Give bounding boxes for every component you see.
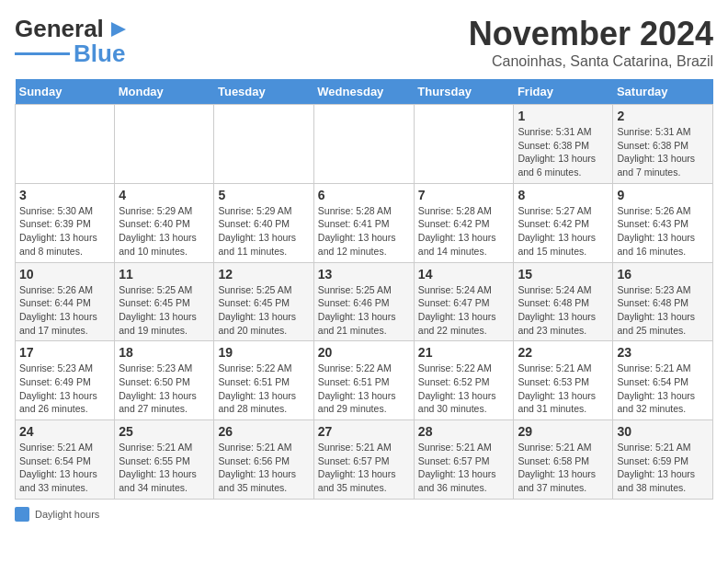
day-cell: 2Sunrise: 5:31 AM Sunset: 6:38 PM Daylig… <box>613 105 713 184</box>
day-info: Sunrise: 5:22 AM Sunset: 6:51 PM Dayligh… <box>218 362 309 416</box>
header-cell-saturday: Saturday <box>613 79 713 105</box>
day-info: Sunrise: 5:25 AM Sunset: 6:45 PM Dayligh… <box>119 283 210 338</box>
day-cell: 28Sunrise: 5:21 AM Sunset: 6:57 PM Dayli… <box>414 420 514 500</box>
logo-blue-bar <box>15 52 70 55</box>
day-info: Sunrise: 5:30 AM Sunset: 6:39 PM Dayligh… <box>19 204 110 259</box>
day-number: 20 <box>318 345 410 360</box>
day-info: Sunrise: 5:21 AM Sunset: 6:56 PM Dayligh… <box>218 441 309 495</box>
day-cell: 17Sunrise: 5:23 AM Sunset: 6:49 PM Dayli… <box>16 341 115 420</box>
header-cell-wednesday: Wednesday <box>313 79 414 105</box>
day-info: Sunrise: 5:22 AM Sunset: 6:52 PM Dayligh… <box>418 362 510 416</box>
week-row-4: 17Sunrise: 5:23 AM Sunset: 6:49 PM Dayli… <box>16 341 713 420</box>
day-info: Sunrise: 5:22 AM Sunset: 6:51 PM Dayligh… <box>318 362 410 416</box>
day-info: Sunrise: 5:21 AM Sunset: 6:57 PM Dayligh… <box>318 441 410 495</box>
day-info: Sunrise: 5:26 AM Sunset: 6:44 PM Dayligh… <box>19 283 110 338</box>
day-number: 13 <box>318 267 410 282</box>
legend-label: Daylight hours <box>35 509 99 520</box>
day-number: 4 <box>119 188 210 202</box>
day-cell: 16Sunrise: 5:23 AM Sunset: 6:48 PM Dayli… <box>613 262 713 341</box>
title-section: November 2024 Canoinhas, Santa Catarina,… <box>469 15 713 70</box>
day-info: Sunrise: 5:24 AM Sunset: 6:47 PM Dayligh… <box>418 283 510 338</box>
day-cell: 13Sunrise: 5:25 AM Sunset: 6:46 PM Dayli… <box>313 262 414 341</box>
week-row-3: 10Sunrise: 5:26 AM Sunset: 6:44 PM Dayli… <box>16 262 713 341</box>
logo: General Blue <box>15 15 131 68</box>
day-number: 17 <box>19 345 110 360</box>
day-number: 16 <box>617 267 709 282</box>
day-info: Sunrise: 5:21 AM Sunset: 6:55 PM Dayligh… <box>119 441 210 495</box>
day-number: 1 <box>518 109 609 123</box>
svg-marker-0 <box>111 22 126 37</box>
day-number: 27 <box>318 424 410 439</box>
day-cell: 30Sunrise: 5:21 AM Sunset: 6:59 PM Dayli… <box>613 420 713 500</box>
day-number: 24 <box>19 424 110 439</box>
day-cell <box>214 105 313 184</box>
day-number: 18 <box>119 345 210 360</box>
day-number: 19 <box>218 345 309 360</box>
day-number: 23 <box>617 345 709 360</box>
day-cell: 22Sunrise: 5:21 AM Sunset: 6:53 PM Dayli… <box>514 341 613 420</box>
day-cell: 10Sunrise: 5:26 AM Sunset: 6:44 PM Dayli… <box>16 262 115 341</box>
header-cell-friday: Friday <box>514 79 613 105</box>
day-info: Sunrise: 5:25 AM Sunset: 6:45 PM Dayligh… <box>218 283 309 338</box>
day-info: Sunrise: 5:26 AM Sunset: 6:43 PM Dayligh… <box>617 204 709 259</box>
day-info: Sunrise: 5:28 AM Sunset: 6:41 PM Dayligh… <box>318 204 410 259</box>
day-number: 6 <box>318 188 410 202</box>
day-cell: 1Sunrise: 5:31 AM Sunset: 6:38 PM Daylig… <box>514 105 613 184</box>
day-cell: 18Sunrise: 5:23 AM Sunset: 6:50 PM Dayli… <box>115 341 214 420</box>
day-number: 8 <box>518 188 609 202</box>
day-cell: 27Sunrise: 5:21 AM Sunset: 6:57 PM Dayli… <box>313 420 414 500</box>
day-cell: 21Sunrise: 5:22 AM Sunset: 6:52 PM Dayli… <box>414 341 514 420</box>
day-info: Sunrise: 5:23 AM Sunset: 6:49 PM Dayligh… <box>19 362 110 416</box>
day-info: Sunrise: 5:31 AM Sunset: 6:38 PM Dayligh… <box>518 125 609 179</box>
day-cell: 12Sunrise: 5:25 AM Sunset: 6:45 PM Dayli… <box>214 262 313 341</box>
logo-arrow-icon <box>106 17 131 42</box>
header-cell-monday: Monday <box>115 79 214 105</box>
day-cell: 11Sunrise: 5:25 AM Sunset: 6:45 PM Dayli… <box>115 262 214 341</box>
day-cell <box>16 105 115 184</box>
day-info: Sunrise: 5:23 AM Sunset: 6:48 PM Dayligh… <box>617 283 709 338</box>
day-info: Sunrise: 5:25 AM Sunset: 6:46 PM Dayligh… <box>318 283 410 338</box>
day-info: Sunrise: 5:21 AM Sunset: 6:59 PM Dayligh… <box>617 441 709 495</box>
day-cell: 20Sunrise: 5:22 AM Sunset: 6:51 PM Dayli… <box>313 341 414 420</box>
day-cell: 8Sunrise: 5:27 AM Sunset: 6:42 PM Daylig… <box>514 183 613 262</box>
day-cell: 14Sunrise: 5:24 AM Sunset: 6:47 PM Dayli… <box>414 262 514 341</box>
week-row-2: 3Sunrise: 5:30 AM Sunset: 6:39 PM Daylig… <box>16 183 713 262</box>
day-cell: 26Sunrise: 5:21 AM Sunset: 6:56 PM Dayli… <box>214 420 313 500</box>
day-info: Sunrise: 5:29 AM Sunset: 6:40 PM Dayligh… <box>119 204 210 259</box>
week-row-1: 1Sunrise: 5:31 AM Sunset: 6:38 PM Daylig… <box>16 105 713 184</box>
day-cell: 6Sunrise: 5:28 AM Sunset: 6:41 PM Daylig… <box>313 183 414 262</box>
day-number: 14 <box>418 267 510 282</box>
day-cell: 7Sunrise: 5:28 AM Sunset: 6:42 PM Daylig… <box>414 183 514 262</box>
day-info: Sunrise: 5:23 AM Sunset: 6:50 PM Dayligh… <box>119 362 210 416</box>
week-row-5: 24Sunrise: 5:21 AM Sunset: 6:54 PM Dayli… <box>16 420 713 500</box>
day-cell: 29Sunrise: 5:21 AM Sunset: 6:58 PM Dayli… <box>514 420 613 500</box>
page-header: General Blue November 2024 Canoinhas, Sa… <box>15 15 713 70</box>
day-info: Sunrise: 5:27 AM Sunset: 6:42 PM Dayligh… <box>518 204 609 259</box>
day-number: 5 <box>218 188 309 202</box>
day-cell: 25Sunrise: 5:21 AM Sunset: 6:55 PM Dayli… <box>115 420 214 500</box>
day-info: Sunrise: 5:28 AM Sunset: 6:42 PM Dayligh… <box>418 204 510 259</box>
day-number: 22 <box>518 345 609 360</box>
day-number: 12 <box>218 267 309 282</box>
day-cell: 5Sunrise: 5:29 AM Sunset: 6:40 PM Daylig… <box>214 183 313 262</box>
day-number: 30 <box>617 424 709 439</box>
day-cell <box>313 105 414 184</box>
day-number: 15 <box>518 267 609 282</box>
day-cell: 23Sunrise: 5:21 AM Sunset: 6:54 PM Dayli… <box>613 341 713 420</box>
logo-blue: Blue <box>74 40 125 68</box>
day-number: 21 <box>418 345 510 360</box>
day-cell <box>115 105 214 184</box>
day-number: 29 <box>518 424 609 439</box>
header-cell-tuesday: Tuesday <box>214 79 313 105</box>
legend: Daylight hours <box>15 507 713 522</box>
day-info: Sunrise: 5:24 AM Sunset: 6:48 PM Dayligh… <box>518 283 609 338</box>
calendar-table: SundayMondayTuesdayWednesdayThursdayFrid… <box>15 79 713 500</box>
day-info: Sunrise: 5:21 AM Sunset: 6:53 PM Dayligh… <box>518 362 609 416</box>
day-number: 25 <box>119 424 210 439</box>
day-info: Sunrise: 5:29 AM Sunset: 6:40 PM Dayligh… <box>218 204 309 259</box>
day-number: 7 <box>418 188 510 202</box>
day-number: 11 <box>119 267 210 282</box>
day-cell: 19Sunrise: 5:22 AM Sunset: 6:51 PM Dayli… <box>214 341 313 420</box>
location: Canoinhas, Santa Catarina, Brazil <box>469 53 713 70</box>
day-number: 9 <box>617 188 709 202</box>
